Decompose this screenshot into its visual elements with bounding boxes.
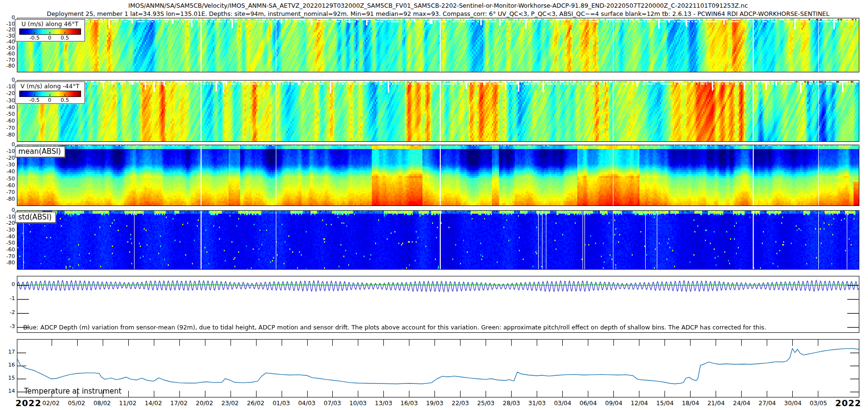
y-tick-label: -20 [0, 220, 15, 227]
y-tick-label: -70 [0, 253, 15, 260]
v-legend-title: V (m/s) along -44°T [15, 82, 84, 90]
colorbar-tick [34, 32, 35, 34]
y-tick-label: -1 [0, 295, 15, 302]
y-tick-label: -40 [0, 168, 15, 175]
colorbar-tick [50, 32, 50, 34]
v-colorbar [19, 91, 81, 97]
y-tick-label: -20 [0, 155, 15, 162]
v-colorbar-labels: -0.5 0 0.5 [19, 97, 80, 103]
y-tick-label: -2 [0, 309, 15, 316]
u-colorbar [19, 28, 81, 35]
y-tick-label: -70 [0, 125, 15, 132]
colorbar-tick-label: 0.5 [61, 35, 69, 41]
colorbar-tick [34, 94, 35, 96]
mean-absi-heatmap-canvas [17, 145, 859, 205]
colorbar-tick [65, 94, 65, 96]
u-legend-title: U (m/s) along 46°T [15, 20, 84, 27]
depth-annotation: Blue: ADCP Depth (m) variation from sens… [23, 324, 766, 331]
y-tick-label: 14 [0, 388, 15, 395]
panel-std-absi: std(ABSI) [17, 210, 859, 270]
y-tick-label: -40 [0, 104, 15, 111]
colorbar-tick-label: 0 [48, 35, 52, 41]
y-tick-label: -80 [0, 63, 15, 69]
y-tick-label: 0 [0, 207, 15, 214]
colorbar-tick-label: 0.5 [61, 97, 69, 103]
y-tick-label: -60 [0, 246, 15, 253]
adcp-figure: IMOS/ANMN/SA/SAM5CB/Velocity/IMOS_ANMN-S… [0, 0, 868, 410]
temperature-label: Temperature at instrument [24, 387, 122, 396]
y-tick-label: -10 [0, 214, 15, 220]
y-tick-label: -60 [0, 182, 15, 189]
y-tick-label: -50 [0, 111, 15, 118]
panel-temperature: Temperature at instrument [17, 339, 859, 397]
y-tick-label: -80 [0, 132, 15, 138]
y-tick-label: 17 [0, 349, 15, 355]
y-tick-label: -70 [0, 189, 15, 196]
y-tick-label: -40 [0, 233, 15, 240]
colorbar-tick-label: -0.5 [29, 35, 40, 41]
x-axis-year-end: 2022 [835, 398, 861, 408]
y-tick-label: -20 [0, 90, 15, 97]
y-tick-label: -80 [0, 260, 15, 266]
y-tick-label: -10 [0, 148, 15, 155]
y-tick-label: 15 [0, 375, 15, 382]
std-absi-label: std(ABSI) [15, 212, 56, 223]
y-tick-label: -60 [0, 118, 15, 124]
y-tick-label: 0 [0, 77, 15, 83]
u-heatmap-canvas [17, 18, 859, 72]
y-tick-label: 0 [0, 141, 15, 148]
colorbar-tick-label: 0 [48, 97, 52, 103]
v-heatmap-canvas [17, 81, 859, 141]
y-tick-label: -50 [0, 240, 15, 246]
y-tick-label: -30 [0, 227, 15, 233]
panel-mean-absi: mean(ABSI) [17, 145, 859, 206]
y-tick-label: -30 [0, 97, 15, 104]
colorbar-tick [65, 32, 65, 34]
y-tick-label: -50 [0, 176, 15, 182]
y-tick-label: 0 [0, 281, 15, 288]
colorbar-tick-label: -0.5 [29, 97, 40, 103]
panel-u-velocity: U (m/s) along 46°T -0.5 0 0.5 [17, 18, 859, 72]
y-tick-label: -80 [0, 196, 15, 203]
u-colorbar-legend: U (m/s) along 46°T -0.5 0 0.5 [15, 19, 85, 41]
figure-subtitle: Deployment 25, member 1 lat=34.93S lon=1… [17, 10, 859, 17]
mean-absi-label: mean(ABSI) [15, 146, 65, 157]
y-tick-label: 16 [0, 362, 15, 369]
y-tick-label: -10 [0, 83, 15, 90]
x-tick-label: 03/05 [803, 399, 834, 407]
y-tick-label: -30 [0, 162, 15, 168]
panel-depth-variation: Blue: ADCP Depth (m) variation from sens… [17, 276, 859, 333]
figure-title: IMOS/ANMN/SA/SAM5CB/Velocity/IMOS_ANMN-S… [17, 2, 859, 9]
u-colorbar-labels: -0.5 0 0.5 [19, 35, 80, 41]
colorbar-tick [50, 94, 50, 96]
panel-v-velocity: V (m/s) along -44°T -0.5 0 0.5 [17, 80, 859, 142]
y-tick-label: -3 [0, 323, 15, 330]
std-absi-heatmap-canvas [17, 211, 859, 269]
v-colorbar-legend: V (m/s) along -44°T -0.5 0 0.5 [15, 82, 85, 104]
temperature-canvas [17, 340, 859, 397]
